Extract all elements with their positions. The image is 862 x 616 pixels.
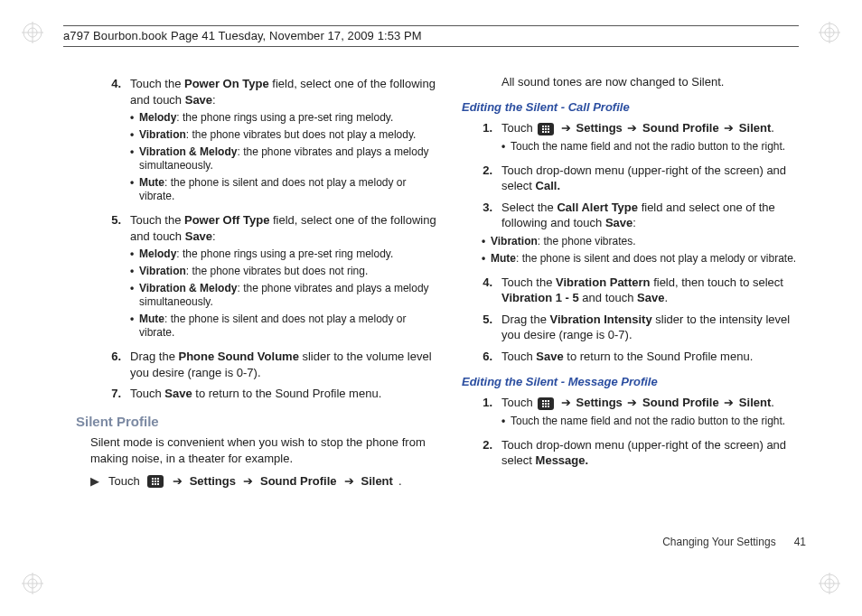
- bold-phone-sound-volume: Phone Sound Volume: [178, 350, 298, 363]
- text: to return to the Sound Profile menu.: [564, 350, 754, 363]
- text: :: [632, 216, 636, 229]
- menu-icon: [147, 475, 164, 488]
- text: .: [771, 396, 774, 409]
- svg-rect-27: [548, 126, 549, 127]
- crumb-sound-profile: Sound Profile: [642, 121, 719, 135]
- step-body: Drag the Vibration Intensity slider to t…: [501, 312, 808, 343]
- bold-save: Save: [605, 216, 632, 229]
- arrow-marker-icon: ▶: [90, 473, 103, 490]
- svg-rect-42: [548, 406, 549, 407]
- bullet-label: Vibration: [139, 128, 186, 141]
- crumb-silent: Silent: [361, 473, 393, 490]
- text: Touch the: [130, 213, 184, 227]
- text: and touch: [579, 291, 637, 304]
- bullet-melody: •Melody: the phone rings using a pre-set…: [130, 247, 436, 261]
- text: Select the: [501, 201, 557, 214]
- crumb-silent: Silent: [739, 121, 771, 135]
- svg-rect-30: [548, 128, 549, 130]
- text: .: [398, 473, 402, 490]
- arrow-icon: ➔: [722, 121, 736, 135]
- text: Touch: [130, 387, 164, 400]
- svg-rect-17: [155, 478, 156, 480]
- svg-rect-23: [155, 483, 156, 485]
- step-number: 4.: [462, 275, 501, 306]
- svg-rect-41: [545, 406, 547, 407]
- subheading-editing-silent-call-profile: Editing the Silent - Call Profile: [462, 99, 808, 116]
- bullet-vibration: •Vibration: the phone vibrates but does …: [130, 265, 436, 278]
- page-footer: Changing Your Settings41: [662, 535, 806, 549]
- bold-save: Save: [536, 350, 563, 363]
- step-number: 2.: [462, 163, 501, 194]
- menu-icon: [538, 397, 554, 410]
- bullet-note: •Touch the name field and not the radio …: [501, 140, 808, 154]
- crumb-settings: Settings: [576, 396, 623, 409]
- bold-vibration-pattern: Vibration Pattern: [556, 275, 651, 289]
- svg-rect-38: [545, 403, 547, 405]
- crumb-sound-profile: Sound Profile: [642, 396, 719, 409]
- svg-rect-18: [157, 478, 159, 480]
- bullet-rest: : the phone vibrates.: [538, 235, 636, 247]
- step-number: 7.: [90, 386, 130, 402]
- text: :: [212, 229, 216, 243]
- bold-message: Message.: [536, 453, 589, 467]
- arrow-icon: ➔: [625, 121, 639, 135]
- bullet-label: Mute: [139, 313, 164, 325]
- heading-silent-profile: Silent Profile: [76, 413, 436, 431]
- arrow-icon: ➔: [342, 473, 356, 490]
- bullet-rest: : the phone is silent and does not play …: [139, 176, 407, 202]
- step-body: Drag the Phone Sound Volume slider to th…: [130, 349, 436, 380]
- svg-rect-26: [545, 126, 547, 127]
- bullet-mute: •Mute: the phone is silent and does not …: [482, 252, 808, 266]
- step-number: 5.: [90, 212, 130, 343]
- step-body: Touch drop-down menu (upper-right of the…: [501, 163, 808, 194]
- step-body: Touch ➔ Settings ➔ Sound Profile ➔ Silen…: [501, 120, 808, 157]
- crumb-sound-profile: Sound Profile: [260, 473, 337, 490]
- intro-line: All sound tones are now changed to Silen…: [501, 74, 808, 90]
- corner-ornament-bl: [22, 573, 43, 594]
- step-5: 5. Touch the Power Off Type field, selec…: [90, 212, 436, 343]
- arrow-icon: ➔: [559, 121, 573, 135]
- bullet-vibration-melody: •Vibration & Melody: the phone vibrates …: [130, 282, 436, 309]
- bullet-label: Vibration & Melody: [139, 145, 237, 158]
- bullet-vibration-melody: •Vibration & Melody: the phone vibrates …: [130, 145, 436, 173]
- bullet-melody: •Melody: the phone rings using a pre-set…: [130, 111, 436, 125]
- step-number: 6.: [462, 349, 501, 365]
- bold-vibration-intensity: Vibration Intensity: [549, 313, 651, 326]
- bullet-list: •Melody: the phone rings using a pre-set…: [130, 247, 436, 340]
- text: Drag the: [130, 350, 178, 363]
- crumb-settings: Settings: [576, 121, 623, 135]
- bold-save: Save: [637, 291, 664, 304]
- bullet-list: •Touch the name field and not the radio …: [501, 415, 808, 428]
- bullet-mute: •Mute: the phone is silent and does not …: [130, 313, 436, 340]
- step-a3: 3. Select the Call Alert Type field and …: [462, 200, 808, 269]
- text: Drag the: [501, 313, 549, 326]
- text: Touch the: [501, 275, 556, 289]
- bullet-label: Mute: [491, 252, 516, 265]
- bold-call: Call.: [536, 179, 560, 192]
- footer-page-number: 41: [794, 536, 806, 548]
- svg-rect-20: [155, 481, 156, 482]
- step-a4: 4. Touch the Vibration Pattern field, th…: [462, 275, 808, 306]
- bullet-label: Vibration: [139, 265, 186, 277]
- step-6: 6. Drag the Phone Sound Volume slider to…: [90, 349, 436, 380]
- bold-vibration-1-5: Vibration 1 - 5: [501, 291, 579, 304]
- svg-rect-34: [542, 400, 544, 402]
- step-7: 7. Touch Save to return to the Sound Pro…: [90, 386, 436, 402]
- bullet-vibration: •Vibration: the phone vibrates but does …: [130, 128, 436, 142]
- bold-save: Save: [185, 93, 212, 107]
- svg-rect-29: [545, 128, 547, 130]
- step-number: 5.: [462, 312, 501, 343]
- step-body: Select the Call Alert Type field and sel…: [501, 200, 808, 269]
- step-a6: 6. Touch Save to return to the Sound Pro…: [462, 349, 808, 365]
- svg-rect-33: [548, 131, 549, 133]
- svg-rect-28: [542, 128, 544, 130]
- svg-rect-24: [157, 483, 159, 485]
- svg-rect-16: [152, 478, 154, 480]
- text: :: [212, 93, 216, 107]
- bullet-note: •Touch the name field and not the radio …: [501, 415, 808, 428]
- bullet-label: Mute: [139, 176, 164, 189]
- header-meta-line: a797 Bourbon.book Page 41 Tuesday, Novem…: [63, 25, 799, 47]
- svg-rect-21: [157, 481, 159, 482]
- crumb-settings: Settings: [190, 473, 236, 490]
- bullet-list: •Melody: the phone rings using a pre-set…: [130, 111, 436, 203]
